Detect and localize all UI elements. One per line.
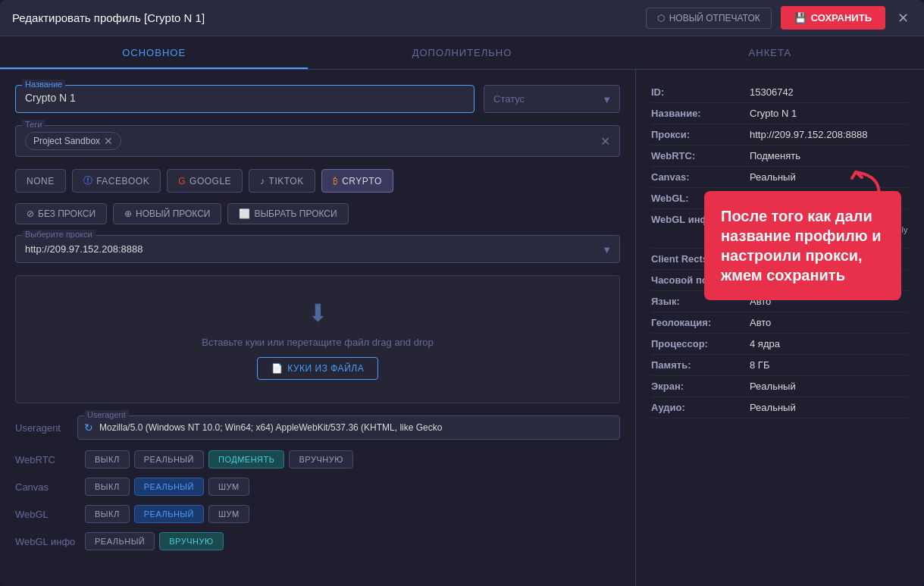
proxy-select[interactable]: http://209.97.152.208:8888 bbox=[16, 236, 619, 262]
cookie-drop-area[interactable]: ⬇ Вставьте куки или перетащите файл drag… bbox=[15, 275, 620, 403]
none-label: NONE bbox=[27, 176, 55, 186]
title-bar: Редактировать профиль [Crypto N 1] ⬡ НОВ… bbox=[0, 0, 924, 36]
screen-value: Реальный bbox=[750, 381, 796, 392]
tooltip-text: После того как дали название профилю и н… bbox=[721, 206, 885, 285]
webgl-real[interactable]: РЕАЛЬНЫЙ bbox=[134, 505, 204, 523]
audio-value: Реальный bbox=[750, 402, 796, 413]
name-status-row: Название Статус ▼ bbox=[15, 85, 620, 113]
platform-facebook[interactable]: ⓕ FACEBOOK bbox=[72, 169, 161, 193]
tags-field-wrapper: Теги Project Sandbox ✕ ✕ bbox=[15, 125, 620, 157]
useragent-input[interactable] bbox=[78, 416, 619, 439]
memory-key: Память: bbox=[651, 359, 750, 371]
name-input[interactable] bbox=[25, 92, 465, 104]
webglinfo-real[interactable]: РЕАЛЬНЫЙ bbox=[85, 532, 155, 550]
webgl-off[interactable]: ВЫКЛ bbox=[85, 505, 130, 523]
webrtc-key: WebRTC: bbox=[651, 150, 750, 161]
crypto-label: CRYPTO bbox=[342, 176, 382, 186]
canvas-noise[interactable]: ШУМ bbox=[208, 478, 249, 496]
name-value: Crypto N 1 bbox=[750, 108, 797, 119]
geolocation-value: Авто bbox=[750, 317, 771, 328]
close-button[interactable]: ✕ bbox=[894, 7, 912, 30]
tab-additional[interactable]: ДОПОЛНИТЕЛЬНО bbox=[308, 36, 615, 69]
name-field-wrapper: Название bbox=[15, 85, 475, 113]
platform-crypto[interactable]: ₿ CRYPTO bbox=[321, 169, 393, 193]
id-value: 15306742 bbox=[750, 86, 794, 98]
left-panel: Название Статус ▼ Теги Project Sandbox ✕… bbox=[0, 70, 636, 586]
webrtc-real[interactable]: РЕАЛЬНЫЙ bbox=[134, 450, 204, 468]
webgl-label: WebGL bbox=[15, 509, 76, 520]
status-select[interactable]: Статус bbox=[484, 86, 619, 112]
proxy-buttons: ⊘ БЕЗ ПРОКСИ ⊕ НОВЫЙ ПРОКСИ ⬜ ВЫБРАТЬ ПР… bbox=[15, 203, 620, 224]
tab-questionnaire[interactable]: АНКЕТА bbox=[616, 36, 924, 69]
tiktok-label: TIKTOK bbox=[269, 176, 304, 186]
cookie-file-button[interactable]: 📄 КУКИ ИЗ ФАЙЛА bbox=[257, 357, 378, 380]
proxy-select-wrapper: Выберите прокси http://209.97.152.208:88… bbox=[15, 235, 620, 263]
webgl-noise[interactable]: ШУМ bbox=[208, 505, 249, 523]
webglinfo-options: РЕАЛЬНЫЙ ВРУЧНУЮ bbox=[85, 532, 224, 550]
id-key: ID: bbox=[651, 86, 750, 98]
canvas-info-value: Реальный bbox=[750, 171, 796, 183]
no-proxy-button[interactable]: ⊘ БЕЗ ПРОКСИ bbox=[15, 203, 107, 224]
tag-item: Project Sandbox ✕ bbox=[25, 132, 121, 150]
proxy-select-label: Выберите прокси bbox=[22, 230, 96, 239]
main-area: Название Статус ▼ Теги Project Sandbox ✕… bbox=[0, 70, 924, 586]
new-proxy-button[interactable]: ⊕ НОВЫЙ ПРОКСИ bbox=[113, 203, 221, 224]
fingerprint-icon: ⬡ bbox=[657, 13, 665, 24]
tags-clear-button[interactable]: ✕ bbox=[600, 134, 610, 149]
select-proxy-label: ВЫБРАТЬ ПРОКСИ bbox=[254, 208, 337, 219]
info-cpu-row: Процессор: 4 ядра bbox=[651, 334, 909, 355]
webgl-row: WebGL ВЫКЛ РЕАЛЬНЫЙ ШУМ bbox=[15, 505, 620, 523]
tiktok-icon: ♪ bbox=[260, 176, 265, 186]
canvas-label: Canvas bbox=[15, 481, 76, 493]
webrtc-manual[interactable]: ВРУЧНУЮ bbox=[289, 450, 352, 468]
webrtc-row: WebRTC ВЫКЛ РЕАЛЬНЫЙ ПОДМЕНЯТЬ ВРУЧНУЮ bbox=[15, 450, 620, 468]
webglinfo-manual[interactable]: ВРУЧНУЮ bbox=[159, 532, 223, 550]
info-geolocation-row: Геолокация: Авто bbox=[651, 312, 909, 334]
select-proxy-button[interactable]: ⬜ ВЫБРАТЬ ПРОКСИ bbox=[227, 203, 348, 224]
title-bar-actions: ⬡ НОВЫЙ ОТПЕЧАТОК 💾 СОХРАНИТЬ ✕ bbox=[646, 6, 912, 30]
useragent-field-wrapper: Useragent ↻ bbox=[77, 415, 620, 440]
platform-none[interactable]: NONE bbox=[15, 169, 66, 193]
save-icon: 💾 bbox=[794, 12, 807, 24]
webrtc-label: WebRTC bbox=[15, 454, 76, 465]
crypto-icon: ₿ bbox=[333, 176, 339, 186]
platform-tiktok[interactable]: ♪ TIKTOK bbox=[249, 169, 315, 193]
geolocation-key: Геолокация: bbox=[651, 317, 750, 328]
useragent-label: Useragent bbox=[15, 422, 68, 434]
save-button[interactable]: 💾 СОХРАНИТЬ bbox=[781, 6, 885, 30]
tooltip-overlay: После того как дали название профилю и н… bbox=[704, 191, 901, 300]
name-label: Название bbox=[22, 80, 65, 89]
info-name-row: Название: Crypto N 1 bbox=[651, 103, 909, 124]
audio-key: Аудио: bbox=[651, 402, 750, 413]
new-proxy-icon: ⊕ bbox=[124, 208, 132, 219]
webgl-options: ВЫКЛ РЕАЛЬНЫЙ ШУМ bbox=[85, 505, 249, 523]
info-webrtc-row: WebRTC: Подменять bbox=[651, 146, 909, 167]
window-title: Редактировать профиль [Crypto N 1] bbox=[12, 11, 205, 24]
tag-remove-button[interactable]: ✕ bbox=[104, 135, 113, 147]
webglinfo-label: WebGL инфо bbox=[15, 536, 76, 547]
no-proxy-label: БЕЗ ПРОКСИ bbox=[38, 208, 96, 219]
new-proxy-label: НОВЫЙ ПРОКСИ bbox=[136, 208, 210, 219]
canvas-key: Canvas: bbox=[651, 171, 750, 183]
tab-main[interactable]: ОСНОВНОЕ bbox=[0, 36, 308, 69]
new-print-button[interactable]: ⬡ НОВЫЙ ОТПЕЧАТОК bbox=[646, 8, 772, 29]
screen-key: Экран: bbox=[651, 381, 750, 392]
info-screen-row: Экран: Реальный bbox=[651, 376, 909, 397]
memory-value: 8 ГБ bbox=[750, 359, 769, 371]
tag-label: Project Sandbox bbox=[33, 136, 100, 146]
google-icon: G bbox=[178, 176, 186, 186]
webrtc-off[interactable]: ВЫКЛ bbox=[85, 450, 130, 468]
proxy-info-value: http://209.97.152.208:8888 bbox=[750, 129, 867, 140]
facebook-icon: ⓕ bbox=[83, 174, 93, 187]
info-proxy-row: Прокси: http://209.97.152.208:8888 bbox=[651, 124, 909, 146]
canvas-off[interactable]: ВЫКЛ bbox=[85, 478, 130, 496]
info-memory-row: Память: 8 ГБ bbox=[651, 355, 909, 376]
platform-buttons: NONE ⓕ FACEBOOK G GOOGLE ♪ TIKTOK ₿ CRYP… bbox=[15, 169, 620, 193]
proxy-key: Прокси: bbox=[651, 129, 750, 140]
platform-google[interactable]: G GOOGLE bbox=[167, 169, 243, 193]
google-label: GOOGLE bbox=[189, 176, 231, 186]
webrtc-replace[interactable]: ПОДМЕНЯТЬ bbox=[208, 450, 285, 468]
canvas-real[interactable]: РЕАЛЬНЫЙ bbox=[134, 478, 204, 496]
useragent-field-label: Useragent bbox=[84, 410, 129, 419]
tags-label: Теги bbox=[22, 120, 45, 129]
